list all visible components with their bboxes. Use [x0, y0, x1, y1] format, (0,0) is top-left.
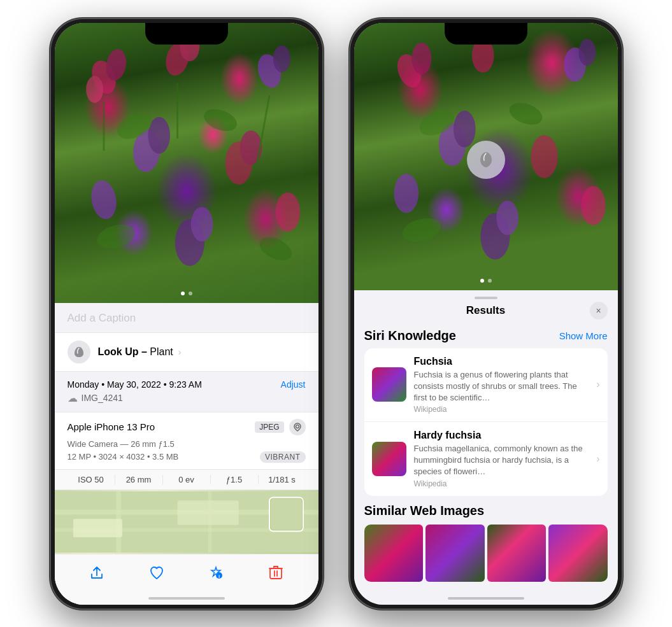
right-phone: Results × Siri Knowledge Show More	[349, 18, 623, 610]
exif-focal: 26 mm	[115, 475, 163, 484]
left-phone-screen: Add a Caption Look Up – Plant ›	[55, 23, 318, 605]
svg-point-20	[94, 220, 138, 251]
results-panel: Results × Siri Knowledge Show More	[354, 290, 618, 605]
right-notch	[445, 23, 527, 45]
right-photo-area	[354, 23, 618, 290]
hardy-fuchsia-chevron-icon: ›	[596, 453, 599, 465]
svg-rect-29	[177, 500, 238, 525]
knowledge-item-fuchsia[interactable]: Fuchsia Fuchsia is a genus of flowering …	[364, 348, 608, 423]
web-images-row	[364, 525, 608, 582]
left-phone: Add a Caption Look Up – Plant ›	[50, 18, 324, 610]
lookup-bold: Look Up –	[98, 346, 150, 357]
fuchsia-source: Wikipedia	[414, 405, 592, 414]
hardy-fuchsia-text: Hardy fuchsia Fuchsia magellanica, commo…	[414, 430, 592, 488]
svg-point-43	[394, 173, 418, 213]
share-icon	[89, 565, 104, 581]
fuchsia-chevron-icon: ›	[596, 379, 599, 390]
svg-point-48	[506, 98, 545, 128]
fuchsia-description: Fuchsia is a genus of flowering plants t…	[414, 369, 592, 404]
svg-point-42	[531, 135, 557, 178]
hardy-fuchsia-source: Wikipedia	[414, 479, 592, 488]
home-indicator	[148, 597, 225, 600]
format-badge: JPEG	[255, 421, 283, 433]
trash-icon	[269, 565, 283, 581]
results-content: Siri Knowledge Show More Fuchsia	[354, 322, 618, 582]
exif-iso: ISO 50	[68, 475, 115, 484]
photo-dots	[181, 292, 192, 295]
notch	[145, 23, 228, 45]
share-button[interactable]	[83, 559, 111, 587]
svg-point-41	[453, 110, 475, 147]
web-image-3[interactable]	[487, 525, 547, 582]
left-phone-inner: Add a Caption Look Up – Plant ›	[55, 23, 318, 605]
svg-point-39	[578, 39, 596, 66]
close-icon: ×	[596, 306, 601, 316]
right-dot-1	[480, 279, 484, 283]
meta-date: Monday • May 30, 2022 • 9:23 AM	[68, 379, 202, 390]
lookup-row[interactable]: Look Up – Plant ›	[55, 333, 318, 372]
siri-visual-intelligence-bubble	[467, 141, 505, 179]
lookup-label: Look Up – Plant ›	[98, 346, 182, 358]
web-image-2[interactable]	[425, 525, 485, 582]
file-specs-row: 12 MP • 3024 × 4032 • 3.5 MB VIBRANT	[68, 451, 306, 463]
svg-point-49	[399, 214, 443, 245]
right-phone-screen: Results × Siri Knowledge Show More	[354, 23, 618, 605]
svg-point-11	[88, 178, 119, 221]
siri-leaf-icon	[476, 150, 496, 169]
svg-point-2	[86, 76, 103, 102]
hardy-fuchsia-description: Fuchsia magellanica, commonly known as t…	[414, 443, 592, 478]
close-button[interactable]: ×	[590, 302, 608, 320]
favorite-button[interactable]	[143, 559, 171, 587]
exif-ev: 0 ev	[163, 475, 211, 484]
right-phone-inner: Results × Siri Knowledge Show More	[354, 23, 618, 605]
info-button-wrapper[interactable]: i	[202, 559, 230, 587]
location-icon	[293, 423, 302, 432]
fuchsia-text: Fuchsia Fuchsia is a genus of flowering …	[414, 356, 592, 414]
map-svg	[55, 490, 318, 554]
cloud-icon: ☁	[68, 392, 78, 404]
svg-point-12	[275, 192, 300, 232]
meta-row-top: Monday • May 30, 2022 • 9:23 AM Adjust	[68, 379, 306, 390]
hardy-fuchsia-title: Hardy fuchsia	[414, 430, 592, 441]
vibrant-badge: VIBRANT	[260, 451, 306, 463]
exif-row: ISO 50 26 mm 0 ev ƒ1.5 1/181 s	[55, 470, 318, 490]
web-image-4[interactable]	[548, 525, 608, 582]
device-name: Apple iPhone 13 Pro	[68, 421, 155, 432]
caption-area[interactable]: Add a Caption	[55, 303, 318, 333]
caption-placeholder[interactable]: Add a Caption	[68, 312, 136, 324]
lookup-chevron-icon: ›	[176, 347, 182, 357]
fuchsia-thumbnail	[372, 367, 406, 402]
location-icon-badge	[289, 419, 306, 435]
svg-line-17	[257, 95, 269, 163]
svg-point-6	[273, 45, 290, 72]
meta-filename: IMG_4241	[82, 393, 123, 403]
camera-specs: Wide Camera — 26 mm ƒ1.5	[68, 439, 306, 449]
photo-dot-2	[189, 292, 192, 295]
delete-button[interactable]	[262, 559, 290, 587]
svg-text:i: i	[218, 574, 220, 579]
svg-point-46	[496, 201, 518, 235]
info-button[interactable]: i	[202, 559, 230, 587]
leaf-icon	[73, 346, 85, 358]
map-area	[55, 490, 318, 554]
right-home-indicator	[448, 597, 524, 600]
meta-filename-row: ☁ IMG_4241	[68, 392, 306, 404]
web-image-1[interactable]	[364, 525, 424, 582]
knowledge-card: Fuchsia Fuchsia is a genus of flowering …	[364, 348, 608, 496]
svg-point-19	[201, 104, 239, 134]
results-title: Results	[466, 304, 505, 317]
photo-area	[55, 23, 318, 303]
adjust-button[interactable]: Adjust	[281, 379, 306, 390]
siri-knowledge-header: Siri Knowledge Show More	[364, 322, 608, 348]
svg-point-21	[255, 232, 295, 265]
show-more-button[interactable]: Show More	[559, 330, 608, 341]
photo-dot-1	[181, 292, 185, 295]
flower-svg	[55, 23, 318, 303]
hardy-fuchsia-thumbnail	[372, 442, 406, 476]
svg-rect-34	[270, 568, 282, 579]
svg-point-22	[296, 425, 299, 428]
svg-point-10	[239, 130, 262, 164]
exif-aperture: ƒ1.5	[211, 475, 259, 484]
right-dot-2	[488, 279, 492, 283]
knowledge-item-hardy-fuchsia[interactable]: Hardy fuchsia Fuchsia magellanica, commo…	[364, 422, 608, 496]
